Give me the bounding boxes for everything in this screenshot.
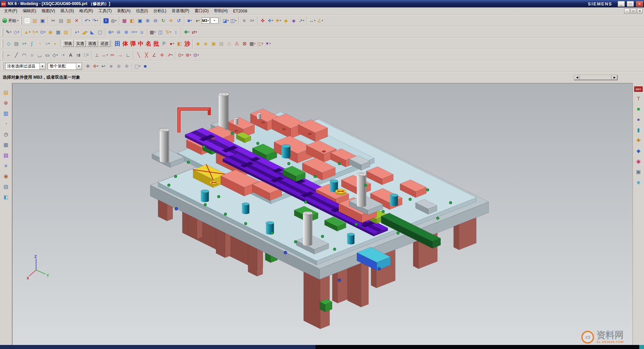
constraint-navigator-icon[interactable]: ⊕ <box>1 98 11 107</box>
orient-wcs-button[interactable]: ✚▾ <box>274 17 282 25</box>
delete-button[interactable]: ✕ <box>73 17 81 25</box>
fit-view-button[interactable]: ▣ <box>136 17 144 25</box>
shaded-cube-button[interactable]: ■ <box>107 62 115 70</box>
body-tool-button[interactable]: 体 <box>121 40 129 48</box>
text-button[interactable]: A <box>67 51 75 59</box>
warn-b-button[interactable]: ⚠ <box>233 40 241 48</box>
marquee-button[interactable]: ▢▾ <box>134 62 141 70</box>
shell-button[interactable]: ▢ <box>96 28 104 36</box>
menu-item-2[interactable]: 编辑(E) <box>20 7 39 15</box>
scroll-left-icon[interactable]: ◀ <box>574 75 580 80</box>
reuse-library-icon[interactable]: ◔ <box>1 119 11 128</box>
menu-item-6[interactable]: 工具(T) <box>96 7 114 15</box>
offset-face-button[interactable]: ⇅▾ <box>164 28 172 36</box>
part-navigator-icon[interactable]: ▥ <box>1 109 11 118</box>
datum-plane-button[interactable]: ◇▾ <box>12 28 20 36</box>
move-face-button[interactable]: ✚▾ <box>183 28 191 36</box>
manufacturing-wizard-icon[interactable]: ≡ <box>1 161 11 170</box>
copy-button[interactable]: ▤ <box>57 17 65 25</box>
datum-grid-button[interactable]: ▦ <box>121 17 128 25</box>
point-circle-c-button[interactable]: ⊙▾ <box>192 51 200 59</box>
selection-ball-button[interactable]: ◈ <box>290 17 298 25</box>
history-resource-icon[interactable]: ◉ <box>634 157 643 166</box>
child-minimize-button[interactable]: – <box>624 8 630 14</box>
web-browser-icon[interactable]: ◆ <box>634 146 643 155</box>
center-tool-button[interactable]: 中 <box>137 40 145 48</box>
fillet-button[interactable]: ◡ <box>36 51 43 59</box>
scroll-right-icon[interactable]: ▶ <box>612 75 617 80</box>
menu-item-3[interactable]: 视图(V) <box>39 7 58 15</box>
system-materials-icon[interactable]: ▦ <box>1 140 11 149</box>
reuse-resource-icon[interactable]: ▮ <box>634 125 643 134</box>
refresh-button[interactable]: ↻ <box>159 17 167 25</box>
pan-button[interactable]: ✛ <box>167 17 175 25</box>
shaded-display-button[interactable]: ■▾ <box>186 17 194 25</box>
editors-button[interactable]: ◫▾ <box>230 17 237 25</box>
red-ball-button[interactable]: ●▾ <box>168 40 176 48</box>
snap-point-button[interactable]: ◆ <box>282 17 290 25</box>
chamfer-button[interactable]: ◢▾ <box>81 28 88 36</box>
rectangle-button[interactable]: ▭ <box>43 51 51 59</box>
undo-button[interactable]: ↶▾ <box>84 17 91 25</box>
wcs-dynamics-button[interactable]: ✛▾ <box>267 17 274 25</box>
sketch-button[interactable]: ✎▾ <box>5 28 12 36</box>
batch-tool-button[interactable]: 批 <box>152 40 160 48</box>
offset-curve-button[interactable]: ⇉ <box>75 51 82 59</box>
open-component-button[interactable]: ◈ <box>202 40 210 48</box>
menu-item-9[interactable]: 分析(L) <box>151 7 169 15</box>
sketch-line-button[interactable]: ╲ <box>135 51 143 59</box>
measure-angle-button[interactable]: ∠▾ <box>316 17 324 25</box>
pad-button[interactable]: ▧ <box>62 28 70 36</box>
new-button[interactable]: ▢ <box>23 17 31 25</box>
extrude-button[interactable]: ▲▾ <box>23 28 31 36</box>
make-corner-button[interactable]: ∟ <box>124 51 132 59</box>
pattern-curve-button[interactable]: ∷▾ <box>82 51 90 59</box>
component-b-button[interactable]: ▤ <box>217 40 225 48</box>
menu-item-1[interactable]: 文件(F) <box>1 7 20 15</box>
sketch-plus-button[interactable]: ✛ <box>158 51 166 59</box>
unite-button[interactable]: ⊕▾ <box>107 28 115 36</box>
menu-item-8[interactable]: 信息(I) <box>133 7 150 15</box>
rotate-snap-button[interactable]: ⊕ <box>115 62 123 70</box>
n-sided-surface-button[interactable]: ○▾ <box>43 40 51 48</box>
subtract-button[interactable]: ⊖ <box>115 28 122 36</box>
name-tool-button[interactable]: 名 <box>145 40 152 48</box>
through-curves-button[interactable]: ≈▾ <box>20 40 28 48</box>
paste-button[interactable]: ▥ <box>65 17 73 25</box>
pattern-component-button[interactable]: ▦▾ <box>248 40 256 48</box>
synchronous-modeling-button[interactable]: ⇄▾ <box>191 28 198 36</box>
assembly-resource-icon[interactable]: ■ <box>634 104 643 113</box>
pocket-button[interactable]: ▦ <box>54 28 62 36</box>
start-button[interactable]: 开始 ▾ <box>1 17 20 25</box>
constraints-button[interactable]: ⊥ <box>93 51 101 59</box>
menu-item-13[interactable]: ET2008 <box>230 8 250 14</box>
sew-button[interactable]: ∪ <box>138 28 146 36</box>
section-surface-button[interactable]: ◔ <box>36 40 43 48</box>
rollback-button[interactable]: ↩ <box>99 62 107 70</box>
selection-filter-combo[interactable]: 没有选择过滤器 ▼ <box>5 63 46 70</box>
menu-item-10[interactable]: 首选项(P) <box>169 7 192 15</box>
scale-body-button[interactable]: ↕ <box>172 28 180 36</box>
sketch-angle-button[interactable]: ∠ <box>150 51 158 59</box>
scrollbar-thumb[interactable] <box>580 75 612 80</box>
chevron-down-icon[interactable]: ▼ <box>76 63 82 70</box>
orient-view-button[interactable]: ◧ <box>128 17 136 25</box>
arc-button[interactable]: ◠ <box>20 51 28 59</box>
background-button[interactable]: ▾ <box>210 18 218 24</box>
zoom-button[interactable]: ⊕ <box>144 17 152 25</box>
layer-settings-button[interactable]: ≡▾ <box>248 17 256 25</box>
pattern-feature-button[interactable]: ▦▾ <box>149 28 156 36</box>
part-navigator-resource-icon[interactable]: T <box>634 94 643 103</box>
key-icon[interactable]: KEY <box>634 86 643 92</box>
child-close-button[interactable]: ✕ <box>637 8 643 14</box>
ruled-surface-button[interactable]: ▤ <box>12 40 20 48</box>
bookmarks-icon[interactable]: ◈ <box>634 178 643 187</box>
mirror-feature-button[interactable]: ◫ <box>156 28 164 36</box>
m3-tool-button[interactable]: M3▾ <box>202 18 210 24</box>
csys-button[interactable]: ✜ <box>259 17 267 25</box>
boss-button[interactable]: ◉ <box>47 28 54 36</box>
edge-blend-button[interactable]: ◗▾ <box>73 28 81 36</box>
intersect-button[interactable]: ⊗ <box>122 28 130 36</box>
pair-select-button[interactable]: ❖ <box>84 62 92 70</box>
warn-a-button[interactable]: ⚠ <box>225 40 233 48</box>
